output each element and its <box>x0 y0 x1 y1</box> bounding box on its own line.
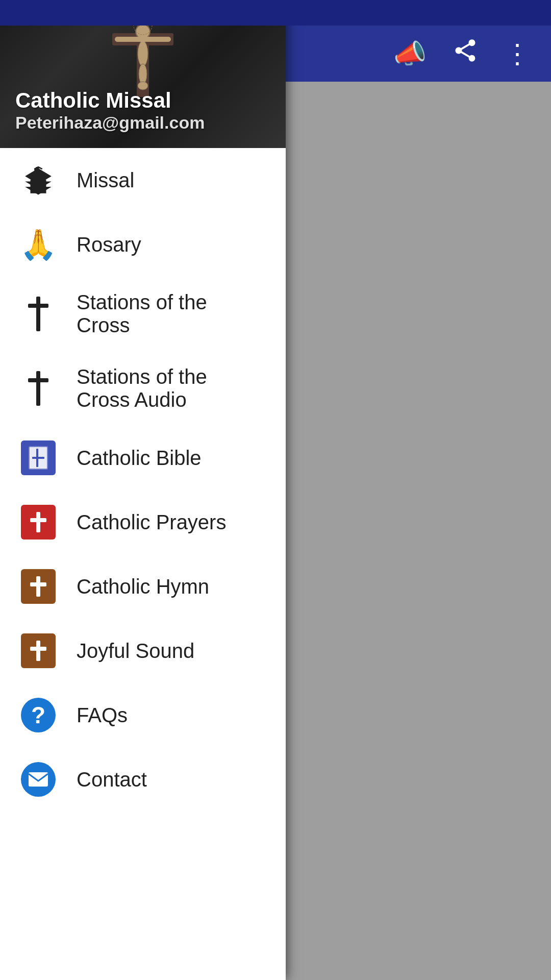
sidebar-item-missal[interactable]: Missal <box>0 148 286 212</box>
sidebar-item-catholic-prayers[interactable]: Catholic Prayers <box>0 490 286 554</box>
catholic-prayers-label: Catholic Prayers <box>77 511 226 534</box>
stations-cross-audio-label: Stations of the Cross Audio <box>77 365 265 411</box>
svg-rect-9 <box>28 304 48 308</box>
sidebar-item-rosary[interactable]: 🙏 Rosary <box>0 212 286 277</box>
joyful-sound-label: Joyful Sound <box>77 640 194 663</box>
sidebar-item-catholic-bible[interactable]: Catholic Bible <box>0 426 286 490</box>
drawer-menu: Missal 🙏 Rosary Stations of the Cross <box>0 148 286 980</box>
status-bar <box>0 0 551 26</box>
svg-point-5 <box>139 64 147 84</box>
rosary-label: Rosary <box>77 233 141 256</box>
svg-rect-21 <box>29 772 48 787</box>
stations-cross-label: Stations of the Cross <box>77 291 265 337</box>
more-options-icon[interactable]: ⋮ <box>504 38 531 69</box>
stations-cross-icon <box>20 296 56 332</box>
missal-label: Missal <box>77 169 134 192</box>
svg-point-2 <box>136 24 150 39</box>
sidebar-item-stations-cross[interactable]: Stations of the Cross <box>0 277 286 351</box>
svg-point-3 <box>138 41 148 66</box>
svg-rect-18 <box>30 582 46 586</box>
faqs-label: FAQs <box>77 704 128 727</box>
svg-rect-11 <box>28 378 48 382</box>
missal-icon <box>20 162 56 198</box>
share-icon[interactable] <box>452 37 479 70</box>
stations-cross-audio-icon <box>20 371 56 406</box>
drawer-user-email: Peterihaza@gmail.com <box>15 113 205 133</box>
person-speaking-icon[interactable]: 📣 <box>393 38 427 69</box>
drawer-header-text: Catholic Missal Peterihaza@gmail.com <box>15 88 205 133</box>
svg-rect-8 <box>36 297 40 331</box>
sidebar-item-joyful-sound[interactable]: Joyful Sound <box>0 619 286 683</box>
sidebar-item-faqs[interactable]: ? FAQs <box>0 683 286 747</box>
sidebar-item-contact[interactable]: Contact <box>0 747 286 812</box>
sidebar-item-catholic-hymn[interactable]: Catholic Hymn <box>0 554 286 619</box>
catholic-prayers-icon <box>20 504 56 540</box>
sidebar-item-stations-cross-audio[interactable]: Stations of the Cross Audio <box>0 351 286 426</box>
drawer-app-title: Catholic Missal <box>15 88 205 113</box>
catholic-bible-label: Catholic Bible <box>77 447 202 470</box>
svg-rect-14 <box>32 457 44 459</box>
contact-icon <box>20 762 56 797</box>
navigation-drawer: Catholic Missal Peterihaza@gmail.com Mis… <box>0 0 286 980</box>
contact-label: Contact <box>77 768 147 791</box>
catholic-hymn-icon <box>20 569 56 604</box>
catholic-bible-icon <box>20 440 56 476</box>
svg-rect-16 <box>30 518 46 522</box>
catholic-hymn-label: Catholic Hymn <box>77 575 209 598</box>
joyful-sound-icon <box>20 633 56 669</box>
svg-rect-10 <box>36 371 40 406</box>
svg-rect-20 <box>30 647 46 651</box>
rosary-icon: 🙏 <box>20 227 56 262</box>
faqs-icon: ? <box>20 697 56 733</box>
